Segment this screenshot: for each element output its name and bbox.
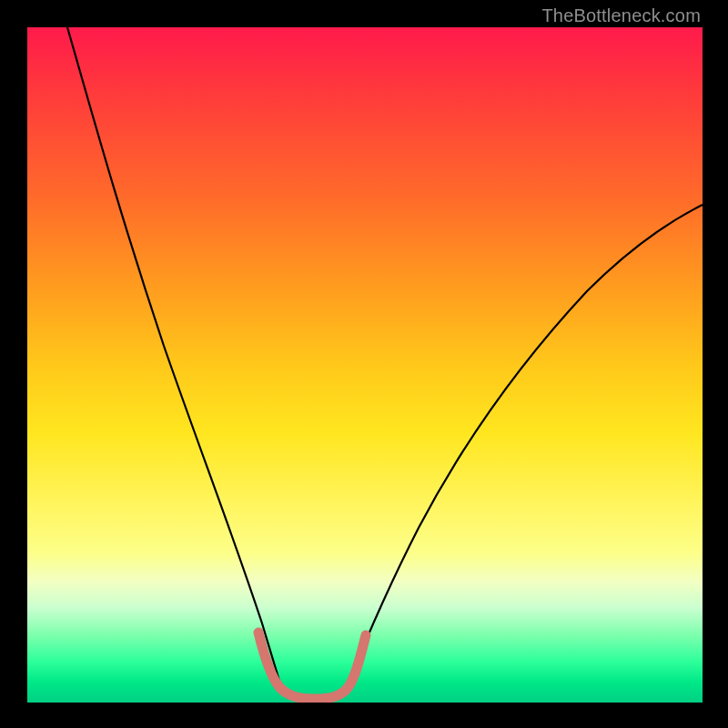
plot-area [27, 27, 703, 703]
chart-frame: TheBottleneck.com [0, 0, 728, 728]
watermark-text: TheBottleneck.com [541, 5, 701, 26]
